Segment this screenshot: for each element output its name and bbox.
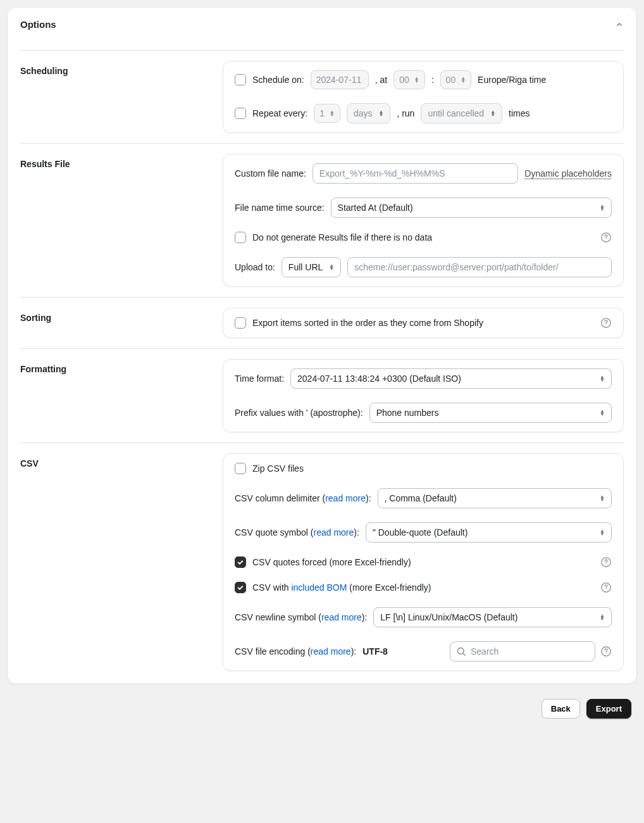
no-data-row: Do not generate Results file if there is…: [235, 232, 612, 243]
schedule-hour-stepper[interactable]: 00 ▲▼: [393, 70, 425, 89]
quote-select[interactable]: " Double-quote (Default) ▲▼: [366, 522, 612, 543]
read-more-link[interactable]: read more: [321, 612, 362, 622]
no-data-checkbox[interactable]: [235, 232, 246, 243]
upload-label: Upload to:: [235, 262, 275, 272]
repeat-row: Repeat every: 1 ▲▼ days ▲▼ , run until c…: [235, 103, 612, 123]
select-arrows-icon: ▲▼: [600, 495, 605, 501]
repeat-unit-select[interactable]: days ▲▼: [347, 103, 391, 123]
shopify-order-checkbox[interactable]: [235, 317, 246, 329]
section-label-sorting: Sorting: [20, 308, 210, 338]
section-sorting: Sorting Export items sorted in the order…: [20, 297, 624, 348]
included-bom-link[interactable]: included BOM: [291, 582, 347, 593]
time-source-select[interactable]: Started At (Default) ▲▼: [331, 198, 612, 218]
svg-point-7: [605, 589, 606, 590]
newline-label: CSV newline symbol (read more):: [235, 612, 367, 622]
svg-point-5: [605, 564, 606, 565]
encoding-value: UTF-8: [362, 646, 388, 657]
encoding-label: CSV file encoding (read more):: [235, 646, 356, 657]
options-header[interactable]: Options: [20, 8, 624, 50]
section-formatting: Formatting Time format: 2024-07-11 13:48…: [20, 348, 624, 443]
quotes-forced-row: CSV quotes forced (more Excel-friendly): [235, 556, 612, 568]
schedule-date-input[interactable]: 2024-07-11: [311, 70, 369, 89]
encoding-row: CSV file encoding (read more): UTF-8: [235, 641, 612, 662]
quote-label: CSV quote symbol (read more):: [235, 527, 359, 537]
svg-point-8: [457, 648, 464, 654]
upload-url-input[interactable]: [347, 257, 612, 277]
quotes-forced-checkbox[interactable]: [235, 556, 246, 568]
repeat-label: Repeat every:: [252, 108, 307, 118]
col-delim-label: CSV column delimiter (read more):: [235, 493, 371, 503]
options-card: Options Scheduling Schedule on: 2024-07-…: [8, 8, 636, 684]
upload-mode-select[interactable]: Full URL ▲▼: [282, 257, 341, 277]
encoding-search-wrap: [450, 641, 595, 662]
dynamic-placeholders-link[interactable]: Dynamic placeholders: [524, 168, 612, 179]
select-arrows-icon: ▲▼: [490, 110, 495, 116]
back-button[interactable]: Back: [542, 699, 580, 719]
newline-select[interactable]: LF [\n] Linux/Unix/MacOS (Default) ▲▼: [373, 607, 612, 627]
bom-label: CSV with included BOM (more Excel-friend…: [252, 582, 431, 593]
chevron-up-icon: [615, 20, 624, 29]
at-label: , at: [375, 75, 387, 85]
help-icon[interactable]: [600, 556, 612, 568]
section-results: Results File Custom file name: Dynamic p…: [20, 143, 624, 297]
zip-row: Zip CSV files: [235, 463, 612, 474]
stepper-arrows-icon: ▲▼: [330, 110, 335, 116]
select-arrows-icon: ▲▼: [378, 110, 383, 116]
svg-point-3: [605, 325, 606, 325]
zip-label: Zip CSV files: [252, 463, 304, 474]
section-label-results: Results File: [20, 154, 210, 287]
panel-scheduling: Schedule on: 2024-07-11 , at 00 ▲▼ : 00 …: [223, 61, 624, 133]
svg-line-9: [463, 653, 465, 655]
run-until-select[interactable]: until cancelled ▲▼: [421, 103, 502, 123]
section-label-scheduling: Scheduling: [20, 61, 210, 133]
schedule-minute-stepper[interactable]: 00 ▲▼: [440, 70, 472, 89]
repeat-value-stepper[interactable]: 1 ▲▼: [314, 104, 340, 123]
quotes-forced-label: CSV quotes forced (more Excel-friendly): [252, 557, 411, 567]
tz-label: Europe/Riga time: [478, 75, 546, 85]
section-csv: CSV Zip CSV files CSV column delimiter (…: [20, 443, 624, 684]
options-title: Options: [20, 19, 56, 30]
section-label-formatting: Formatting: [20, 359, 210, 432]
custom-filename-row: Custom file name: Dynamic placeholders: [235, 163, 612, 184]
help-icon[interactable]: [600, 582, 612, 593]
read-more-link[interactable]: read more: [325, 493, 366, 503]
select-arrows-icon: ▲▼: [600, 375, 605, 382]
select-arrows-icon: ▲▼: [329, 264, 334, 270]
stepper-arrows-icon: ▲▼: [414, 77, 419, 83]
panel-sorting: Export items sorted in the order as they…: [223, 308, 624, 338]
col-delim-select[interactable]: , Comma (Default) ▲▼: [378, 488, 612, 508]
schedule-on-label: Schedule on:: [252, 75, 304, 85]
svg-point-1: [605, 239, 606, 240]
schedule-on-row: Schedule on: 2024-07-11 , at 00 ▲▼ : 00 …: [235, 70, 612, 89]
help-icon[interactable]: [600, 232, 612, 243]
times-label: times: [509, 108, 529, 118]
check-icon: [237, 584, 244, 591]
prefix-row: Prefix values with ' (apostrophe): Phone…: [235, 403, 612, 423]
prefix-select[interactable]: Phone numbers ▲▼: [369, 403, 612, 423]
time-format-select[interactable]: 2024-07-11 13:48:24 +0300 (Default ISO) …: [290, 368, 612, 389]
export-button[interactable]: Export: [586, 699, 631, 719]
select-arrows-icon: ▲▼: [600, 204, 605, 211]
panel-csv: Zip CSV files CSV column delimiter (read…: [223, 453, 624, 671]
help-icon[interactable]: [600, 317, 612, 329]
quote-row: CSV quote symbol (read more): " Double-q…: [235, 522, 612, 543]
search-icon: [456, 646, 466, 657]
bom-checkbox[interactable]: [235, 582, 246, 593]
col-delim-row: CSV column delimiter (read more): , Comm…: [235, 488, 612, 508]
help-icon[interactable]: [600, 646, 612, 657]
stepper-arrows-icon: ▲▼: [461, 77, 466, 83]
select-arrows-icon: ▲▼: [600, 614, 605, 620]
time-format-label: Time format:: [235, 374, 284, 384]
zip-checkbox[interactable]: [235, 463, 246, 474]
schedule-on-checkbox[interactable]: [235, 74, 246, 85]
read-more-link[interactable]: read more: [314, 527, 354, 537]
panel-formatting: Time format: 2024-07-11 13:48:24 +0300 (…: [223, 359, 624, 432]
time-format-row: Time format: 2024-07-11 13:48:24 +0300 (…: [235, 368, 612, 389]
repeat-checkbox[interactable]: [235, 108, 246, 119]
custom-filename-label: Custom file name:: [235, 168, 306, 179]
encoding-search-input[interactable]: [450, 641, 595, 662]
read-more-link[interactable]: read more: [311, 646, 351, 657]
custom-filename-input[interactable]: [313, 163, 518, 184]
time-source-row: File name time source: Started At (Defau…: [235, 198, 612, 218]
shopify-order-row: Export items sorted in the order as they…: [235, 317, 612, 329]
